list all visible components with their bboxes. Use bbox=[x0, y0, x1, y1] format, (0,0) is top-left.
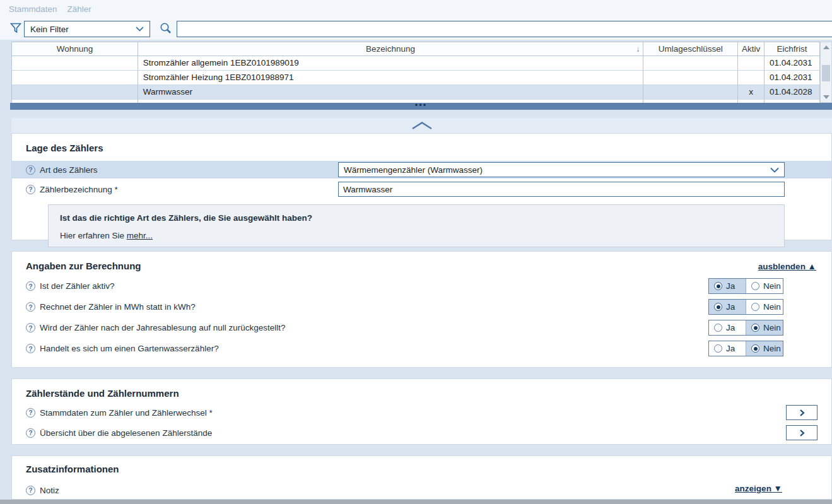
question-row: ?Wird der Zähler nach der Jahresablesung… bbox=[12, 317, 831, 338]
option-ja[interactable]: Ja bbox=[709, 279, 746, 293]
art-des-zaehlers-select[interactable]: Wärmemengenzähler (Warmwasser) bbox=[338, 162, 785, 177]
open-detail-button[interactable] bbox=[786, 405, 817, 420]
table-row[interactable]: Warmwasserx01.04.2028 bbox=[12, 85, 820, 100]
help-icon[interactable]: ? bbox=[26, 165, 35, 175]
question-row: ?Ist der Zähler aktiv?JaNein bbox=[12, 276, 831, 296]
cell-wohnung bbox=[12, 71, 138, 85]
help-icon[interactable]: ? bbox=[26, 428, 35, 438]
cell-bezeichnung: Warmwasser bbox=[138, 85, 643, 100]
cell-eichfrist: 01.04.2031 bbox=[765, 56, 820, 71]
radio-icon bbox=[714, 282, 722, 290]
question-label: Rechnet der Zähler in MWh statt in kWh? bbox=[40, 302, 196, 312]
cell-umlageschluessel bbox=[643, 71, 738, 85]
breadcrumb-zaehler[interactable]: Zähler bbox=[67, 4, 91, 14]
list-item: ?Übersicht über die abgelesenen Zählerst… bbox=[12, 423, 831, 443]
questions: ?Ist der Zähler aktiv?JaNein?Rechnet der… bbox=[12, 276, 831, 359]
option-nein[interactable]: Nein bbox=[746, 300, 783, 314]
table-row[interactable]: Stromzähler Heizung 1EBZ010198897101.04.… bbox=[12, 71, 820, 85]
option-nein[interactable]: Nein bbox=[746, 341, 783, 356]
top-bar: Stammdaten Zähler Kein Filter bbox=[0, 0, 832, 40]
help-icon[interactable]: ? bbox=[26, 302, 35, 312]
info-question: Ist das die richtige Art des Zählers, di… bbox=[60, 213, 773, 223]
section-title: Zusatzinformationen bbox=[12, 456, 831, 474]
field-label: Art des Zählers bbox=[40, 165, 98, 175]
field-row-zaehlerbezeichnung: ? Zählerbezeichnung * bbox=[12, 180, 831, 198]
ja-nein-toggle[interactable]: JaNein bbox=[708, 299, 783, 315]
radio-icon bbox=[714, 324, 722, 332]
scrollbar-thumb[interactable] bbox=[822, 65, 830, 81]
option-ja[interactable]: Ja bbox=[709, 320, 746, 335]
field-row-art-des-zaehlers: ? Art des Zählers Wärmemengenzähler (War… bbox=[12, 161, 831, 179]
open-detail-button[interactable] bbox=[786, 425, 817, 440]
column-header-umlageschluessel[interactable]: Umlageschlüssel bbox=[643, 42, 738, 56]
ja-nein-toggle[interactable]: JaNein bbox=[708, 278, 783, 294]
section-title: Angaben zur Berechnung bbox=[12, 252, 141, 271]
mehr-link[interactable]: mehr... bbox=[127, 231, 153, 240]
option-ja[interactable]: Ja bbox=[709, 300, 746, 314]
cell-wohnung bbox=[12, 85, 138, 100]
table-vertical-scrollbar[interactable] bbox=[820, 42, 832, 103]
ja-nein-toggle[interactable]: JaNein bbox=[708, 320, 783, 336]
list-item: ?Stammdaten zum Zähler und Zählerwechsel… bbox=[12, 402, 831, 423]
column-header-eichfrist[interactable]: Eichfrist bbox=[765, 42, 820, 56]
section-title: Lage des Zählers bbox=[12, 134, 831, 153]
scroll-up-icon[interactable] bbox=[823, 45, 829, 49]
info-line: Hier erfahren Sie mehr... bbox=[60, 231, 773, 240]
column-header-bezeichnung[interactable]: Bezeichnung ↓ bbox=[138, 42, 643, 56]
cell-aktiv bbox=[738, 56, 765, 71]
option-label: Ja bbox=[726, 344, 735, 353]
question-label: Wird der Zähler nach der Jahresablesung … bbox=[40, 323, 285, 332]
section-lage-des-zaehlers: Lage des Zählers ? Art des Zählers Wärme… bbox=[11, 133, 832, 240]
help-icon[interactable]: ? bbox=[26, 281, 35, 291]
option-label: Nein bbox=[763, 344, 781, 353]
cell-umlageschluessel bbox=[643, 85, 738, 100]
cell-bezeichnung: Stromzähler Heizung 1EBZ0101988971 bbox=[138, 71, 643, 85]
table-header: Wohnung Bezeichnung ↓ Umlageschlüssel Ak… bbox=[12, 42, 820, 56]
chevron-up-icon bbox=[411, 121, 433, 130]
splitter-handle[interactable]: ••• bbox=[10, 103, 832, 110]
info-box: Ist das die richtige Art des Zählers, di… bbox=[48, 204, 785, 247]
zs-items: ?Stammdaten zum Zähler und Zählerwechsel… bbox=[12, 402, 831, 443]
cell-aktiv: x bbox=[738, 85, 765, 100]
radio-icon bbox=[714, 303, 722, 311]
scroll-down-icon[interactable] bbox=[823, 95, 829, 99]
column-header-aktiv[interactable]: Aktiv bbox=[738, 42, 765, 56]
zaehlerbezeichnung-input[interactable] bbox=[338, 182, 785, 197]
search-input[interactable] bbox=[177, 21, 832, 37]
option-label: Ja bbox=[726, 323, 735, 332]
question-label: Ist der Zähler aktiv? bbox=[40, 281, 115, 291]
ausblenden-link[interactable]: ausblenden ▲ bbox=[758, 262, 816, 271]
help-icon[interactable]: ? bbox=[26, 408, 35, 418]
ja-nein-toggle[interactable]: JaNein bbox=[708, 341, 783, 356]
chevron-down-icon bbox=[770, 167, 779, 173]
cell-eichfrist: 01.04.2028 bbox=[765, 85, 820, 100]
collapse-panel-button[interactable] bbox=[11, 118, 832, 133]
item-label: Übersicht über die abgelesenen Zählerstä… bbox=[40, 428, 212, 438]
chevron-down-icon bbox=[136, 26, 144, 32]
option-label: Nein bbox=[763, 281, 781, 291]
notiz-row: ? Notiz anzeigen ▼ bbox=[12, 483, 831, 497]
option-nein[interactable]: Nein bbox=[746, 320, 783, 335]
help-icon[interactable]: ? bbox=[26, 323, 35, 332]
section-angaben-zur-berechnung: Angaben zur Berechnung ausblenden ▲ ?Ist… bbox=[11, 251, 832, 368]
question-row: ?Rechnet der Zähler in MWh statt in kWh?… bbox=[12, 296, 831, 317]
option-nein[interactable]: Nein bbox=[746, 279, 783, 293]
option-label: Nein bbox=[763, 302, 781, 312]
breadcrumb-stammdaten[interactable]: Stammdaten bbox=[9, 4, 57, 14]
filter-select[interactable]: Kein Filter bbox=[24, 21, 150, 37]
breadcrumb: Stammdaten Zähler bbox=[9, 4, 91, 14]
chevron-right-icon bbox=[799, 429, 805, 437]
notiz-label: Notiz bbox=[40, 486, 59, 495]
splitter-dots: ••• bbox=[415, 103, 428, 109]
table-row[interactable]: Stromzähler allgemein 1EBZ010198901901.0… bbox=[12, 56, 820, 71]
help-icon[interactable]: ? bbox=[26, 486, 35, 495]
help-icon[interactable]: ? bbox=[26, 185, 35, 194]
help-icon[interactable]: ? bbox=[26, 344, 35, 353]
select-value: Wärmemengenzähler (Warmwasser) bbox=[344, 165, 483, 175]
cell-wohnung bbox=[12, 56, 138, 71]
option-ja[interactable]: Ja bbox=[709, 341, 746, 356]
column-header-label: Bezeichnung bbox=[366, 44, 415, 54]
cell-umlageschluessel bbox=[643, 56, 738, 71]
anzeigen-link[interactable]: anzeigen ▼ bbox=[735, 484, 782, 493]
column-header-wohnung[interactable]: Wohnung bbox=[12, 42, 138, 56]
